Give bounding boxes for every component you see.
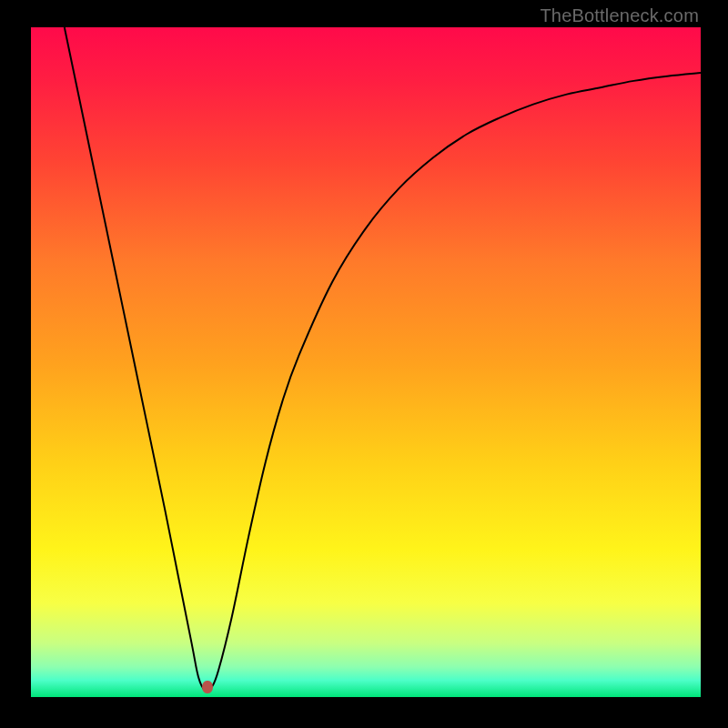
chart-root: TheBottleneck.com	[0, 0, 728, 728]
plot-area	[31, 27, 701, 697]
curve-layer	[31, 27, 701, 697]
watermark-text: TheBottleneck.com	[540, 5, 699, 26]
bottleneck-marker	[202, 681, 213, 693]
bottleneck-curve	[65, 27, 701, 691]
